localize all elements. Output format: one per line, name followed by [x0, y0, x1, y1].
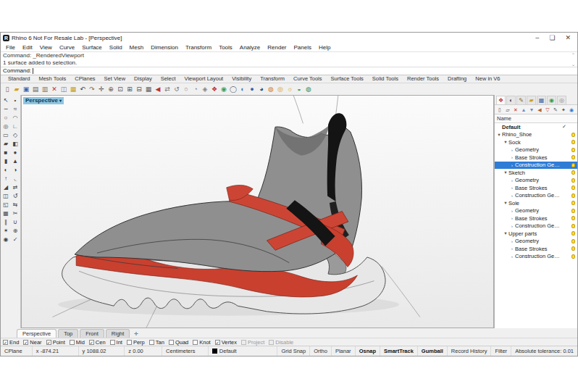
viewport-tab[interactable]: Right [106, 329, 130, 338]
osnap-option[interactable]: End [3, 339, 19, 346]
sphere-icon[interactable]: ● [11, 149, 20, 157]
environment-icon[interactable]: ◒ [295, 85, 303, 94]
undo-icon[interactable]: ↶ [78, 85, 87, 94]
menu-item[interactable]: Transform [182, 43, 215, 52]
osnap-option[interactable]: Quad [169, 339, 188, 346]
menu-item[interactable]: Tools [215, 43, 236, 52]
toolbar-tab[interactable]: CPlanes [70, 75, 99, 83]
layer-tools-icon[interactable]: ✦ [560, 106, 567, 114]
menu-item[interactable]: Edit [19, 43, 36, 52]
toolbar-tab[interactable]: Set View [100, 75, 130, 83]
explode-icon[interactable]: ✶ [1, 227, 10, 235]
expand-arrow-icon[interactable]: ▼ [503, 170, 508, 175]
layer-row[interactable]: › Geometry [495, 207, 577, 215]
zoom-selected-icon[interactable]: ⊟ [135, 85, 143, 94]
expand-arrow-icon[interactable]: › [509, 239, 515, 243]
expand-arrow-icon[interactable]: › [509, 246, 515, 251]
osnap-option[interactable]: Disable [269, 339, 293, 346]
rotate-icon[interactable]: ↺ [11, 192, 20, 201]
surface-plane-icon[interactable]: ▰ [1, 140, 10, 149]
join-icon[interactable]: ∪ [11, 218, 20, 227]
new-sublayer-icon[interactable]: ▱ [504, 106, 511, 114]
filter-icon[interactable]: ▽ [544, 106, 551, 114]
layer-row[interactable]: › Base Strokes [495, 154, 577, 162]
expand-arrow-icon[interactable]: › [509, 155, 515, 159]
render-preview-icon[interactable]: ◎ [276, 85, 285, 94]
expand-arrow-icon[interactable]: › [509, 193, 515, 198]
minimize-button[interactable]: – [535, 33, 539, 42]
match-layer-icon[interactable]: ✎ [552, 106, 559, 114]
lock-objects-icon[interactable]: ◈ [201, 85, 209, 94]
layers-dialog-icon[interactable]: ❖ [210, 85, 219, 94]
expand-arrow-icon[interactable]: › [509, 209, 515, 213]
layer-visibility-toggle[interactable] [569, 140, 577, 144]
osnap-option[interactable]: Point [46, 339, 65, 346]
layer-row[interactable]: › Construction Geometry [495, 192, 577, 200]
layer-row[interactable]: › Geometry [495, 146, 577, 154]
earth-icon[interactable]: ◍ [304, 85, 313, 94]
copy-icon[interactable]: ◫ [59, 85, 68, 94]
mirror-icon[interactable]: ⇆ [11, 201, 20, 209]
hide-objects-icon[interactable]: ○ [182, 85, 190, 94]
wireframe-mode-icon[interactable]: ◯ [229, 85, 238, 94]
checkbox[interactable] [269, 340, 274, 345]
layer-visibility-toggle[interactable] [569, 209, 577, 213]
viewport-tab[interactable]: Perspective [17, 329, 56, 338]
new-layer-icon[interactable]: ▯ [496, 106, 503, 114]
interpolate-curve-icon[interactable]: ≈ [11, 105, 20, 114]
loft-icon[interactable]: ◧ [11, 140, 20, 149]
layer-visibility-toggle[interactable] [569, 178, 577, 183]
layer-row[interactable]: ▼ Sketch [495, 169, 577, 177]
scroll-down-icon[interactable]: ⌄ [571, 62, 575, 67]
osnap-option[interactable]: Project [241, 339, 264, 346]
cone-icon[interactable]: ▲ [11, 157, 20, 166]
zoom-window-icon[interactable]: ⊡ [116, 85, 125, 94]
layer-row[interactable]: › Base Strokes [495, 245, 577, 253]
toolbar-tab[interactable]: Standard [4, 75, 34, 83]
move-down-icon[interactable]: ▼ [528, 106, 535, 114]
chamfer-icon[interactable]: ◢ [1, 183, 10, 192]
units-cell[interactable]: Centimeters [162, 346, 209, 356]
checkbox[interactable] [127, 340, 132, 345]
layer-row[interactable]: › Base Strokes [495, 214, 577, 222]
viewport-tab[interactable]: Top [58, 329, 78, 338]
status-toggle[interactable]: Osnap [356, 346, 380, 356]
circle-icon[interactable]: ○ [1, 114, 10, 122]
expand-arrow-icon[interactable]: › [509, 216, 515, 220]
curve-boolean-icon[interactable]: ⊕ [11, 227, 20, 235]
copy-object-icon[interactable]: ◫ [1, 192, 10, 201]
checkbox[interactable] [46, 340, 51, 345]
osnap-option[interactable]: Cen [89, 339, 106, 346]
layer-row[interactable]: ▼ Sole [495, 199, 577, 207]
view-undo-icon[interactable]: ◀ [154, 85, 162, 94]
materials-tab[interactable]: ◉ [547, 96, 556, 104]
scale-icon[interactable]: ◱ [1, 201, 10, 209]
split-icon[interactable]: ∥ [1, 218, 10, 227]
expand-arrow-icon[interactable]: ▼ [496, 133, 502, 137]
box-icon[interactable]: ■ [1, 149, 10, 157]
add-viewport-icon[interactable]: ✛ [131, 330, 141, 338]
maximize-button[interactable]: ❏ [549, 33, 555, 42]
delete-layer-icon[interactable]: ✕ [512, 106, 519, 114]
osnap-option[interactable]: Perp [127, 339, 145, 346]
layer-row[interactable]: ▼ Upper parts [495, 230, 577, 238]
paste-icon[interactable]: ▦ [69, 85, 78, 94]
select-icon[interactable]: ↖ [1, 96, 10, 105]
pan-icon[interactable]: ✛ [97, 85, 106, 94]
menu-item[interactable]: Dimension [147, 43, 182, 52]
checkbox[interactable] [89, 340, 94, 345]
arc-icon[interactable]: ◠ [11, 114, 20, 122]
checkbox[interactable] [215, 340, 220, 345]
open-folder-icon[interactable]: ▰ [12, 85, 21, 94]
layer-visibility-toggle[interactable] [569, 246, 577, 251]
expand-arrow-icon[interactable]: ▼ [503, 140, 508, 144]
delete-icon[interactable]: ✕ [50, 85, 59, 94]
help-tab[interactable]: ✎ [516, 96, 526, 104]
status-toggle[interactable]: Ortho [310, 346, 332, 356]
osnap-option[interactable]: Tan [149, 339, 164, 346]
osnap-option[interactable]: Vertex [215, 339, 237, 346]
expand-arrow-icon[interactable]: › [509, 148, 515, 152]
layer-row[interactable]: ▼ Sock [495, 138, 577, 146]
expand-arrow-icon[interactable]: ▼ [503, 201, 508, 205]
curve-icon[interactable]: ∼ [1, 105, 10, 114]
